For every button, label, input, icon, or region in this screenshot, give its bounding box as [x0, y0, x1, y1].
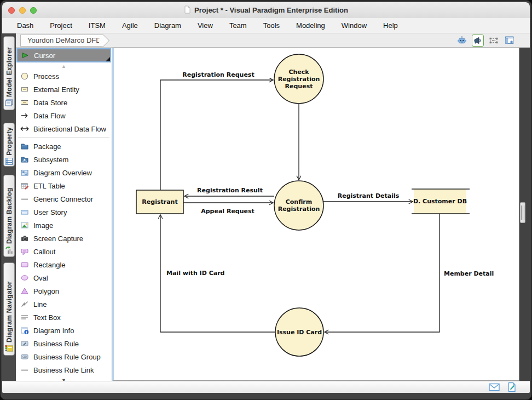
- palette-item-user-story[interactable]: User Story: [16, 205, 112, 219]
- bot-icon[interactable]: [456, 35, 468, 47]
- package-icon: [19, 142, 30, 151]
- node-check-registration-request[interactable]: CheckRegistrationRequest: [274, 54, 323, 104]
- panel-grip[interactable]: [520, 202, 525, 223]
- flow-mail-with-id-card[interactable]: Mail with ID Card: [160, 215, 275, 332]
- cursor-corner-triangle: [106, 57, 110, 61]
- window-controls: [8, 7, 37, 14]
- diagram-canvas[interactable]: Registration RequestRegistration ResultA…: [112, 48, 519, 381]
- diagram-overview-icon: [19, 168, 30, 177]
- palette-item-rectangle[interactable]: Rectangle: [16, 258, 112, 271]
- diagram-label: Member Detail: [444, 270, 494, 277]
- node-confirm-registration[interactable]: ConfirmRegistration: [274, 181, 323, 230]
- window-title: Project * - Visual Paradigm Enterprise E…: [2, 2, 530, 18]
- palette-item-diagram-overview[interactable]: Diagram Overview: [16, 166, 112, 179]
- palette-item-generic-connector[interactable]: Generic Connector: [16, 192, 112, 205]
- palette-item-package[interactable]: Package: [16, 140, 112, 153]
- palette-item-label: User Story: [33, 208, 67, 216]
- flow-appeal-request[interactable]: Appeal Request: [183, 203, 273, 215]
- palette-item-polygon[interactable]: Polygon: [16, 284, 112, 298]
- flow-registration-result[interactable]: Registration Result: [184, 187, 274, 196]
- flow-member-detail[interactable]: Member Detail: [325, 214, 494, 332]
- palette-scroll-down[interactable]: ▼: [16, 376, 112, 381]
- palette-item-process[interactable]: Process: [16, 70, 112, 83]
- diagram-label: Confirm: [286, 198, 313, 205]
- bidirectional-data-flow-icon: [19, 124, 30, 133]
- node-d-customer-db[interactable]: D. Customer DB: [412, 189, 470, 214]
- palette-item-label: Data Flow: [33, 112, 66, 120]
- palette-item-business-rule-link[interactable]: Business Rule Link: [16, 363, 112, 376]
- palette-item-bidirectional-data-flow[interactable]: Bidirectional Data Flow: [16, 122, 112, 135]
- edit-document-icon[interactable]: [507, 382, 517, 392]
- menu-item-project[interactable]: Project: [42, 21, 80, 30]
- palette-item-business-rule-group[interactable]: Business Rule Group: [16, 350, 112, 363]
- rectangle-icon: [19, 260, 30, 269]
- palette-item-text-box[interactable]: Text Box: [16, 311, 112, 324]
- subsystem-icon: [19, 155, 30, 164]
- node-registrant[interactable]: Registrant: [136, 190, 183, 214]
- palette-item-etl-table[interactable]: ETL Table: [16, 179, 112, 192]
- palette-item-label: Package: [33, 142, 61, 151]
- tool-palette: Cursor ▲ ProcessExternal EntityData Stor…: [16, 48, 112, 381]
- user-story-icon: [19, 208, 30, 216]
- sidebar-tab-label: Diagram Backlog: [5, 179, 13, 244]
- megaphone-icon[interactable]: [472, 35, 484, 47]
- menu-item-modeling[interactable]: Modeling: [288, 21, 333, 30]
- palette-item-business-rule[interactable]: Business Rule: [16, 337, 112, 350]
- palette-item-data-flow[interactable]: Data Flow: [16, 109, 112, 122]
- sidebar-tab-diagram-navigator[interactable]: Diagram Navigator: [3, 262, 15, 356]
- diagram-label: Appeal Request: [201, 208, 255, 215]
- fit-frame-icon[interactable]: [488, 35, 500, 47]
- menu-item-tools[interactable]: Tools: [255, 21, 288, 30]
- palette-item-screen-capture[interactable]: Screen Capture: [16, 232, 112, 245]
- line-icon: [19, 300, 30, 308]
- sidebar-tab-model-explorer[interactable]: Model Explorer: [3, 36, 15, 110]
- menu-item-dash[interactable]: Dash: [9, 21, 42, 30]
- palette-item-diagram-info[interactable]: Diagram Info: [16, 324, 112, 337]
- breadcrumb[interactable]: Yourdon DeMarco DFD: [20, 35, 103, 47]
- mail-icon[interactable]: [488, 382, 500, 392]
- palette-item-label: Business Rule Group: [33, 353, 101, 361]
- node-issue-id-card[interactable]: Issue ID Card: [275, 308, 323, 356]
- palette-item-callout[interactable]: Callout: [16, 245, 112, 258]
- dfd-diagram[interactable]: Registration RequestRegistration ResultA…: [114, 48, 518, 381]
- flow-registrant-details[interactable]: Registrant Details: [323, 192, 413, 202]
- palette-item-label: Text Box: [33, 313, 61, 322]
- menu-item-team[interactable]: Team: [221, 21, 255, 30]
- menu-item-itsm[interactable]: ITSM: [80, 21, 114, 30]
- menu-item-help[interactable]: Help: [375, 21, 406, 30]
- palette-item-label: Bidirectional Data Flow: [33, 125, 106, 133]
- diagram-backlog-icon: [5, 245, 14, 254]
- palette-item-cursor[interactable]: Cursor: [16, 48, 111, 62]
- screen-capture-icon: [19, 234, 30, 243]
- palette-item-oval[interactable]: Oval: [16, 271, 112, 284]
- sidebar-tab-label: Property: [5, 127, 13, 156]
- sidebar-tab-strip: Model ExplorerPropertyDiagram BacklogDia…: [2, 33, 16, 381]
- zoom-button[interactable]: [30, 7, 37, 14]
- palette-item-data-store[interactable]: Data Store: [16, 96, 112, 109]
- diagram-label: Registrant Details: [338, 192, 400, 199]
- flow-registration-request[interactable]: Registration Request: [160, 71, 273, 190]
- status-bar: [2, 381, 530, 393]
- menu-item-agile[interactable]: Agile: [114, 21, 146, 30]
- sidebar-tab-property[interactable]: Property: [3, 123, 15, 167]
- menu-item-diagram[interactable]: Diagram: [146, 21, 189, 30]
- title-bar: Project * - Visual Paradigm Enterprise E…: [2, 2, 530, 19]
- close-button[interactable]: [8, 7, 15, 14]
- palette-item-label: ETL Table: [33, 182, 65, 190]
- palette-item-subsystem[interactable]: Subsystem: [16, 153, 112, 166]
- menu-item-window[interactable]: Window: [333, 21, 375, 30]
- palette-item-image[interactable]: Image: [16, 219, 112, 232]
- business-rule-icon: [19, 339, 30, 348]
- minimize-button[interactable]: [19, 7, 26, 14]
- palette-item-external-entity[interactable]: External Entity: [16, 83, 112, 96]
- palette-item-label: Subsystem: [33, 156, 68, 164]
- palette-scroll-up[interactable]: ▲: [16, 62, 112, 70]
- palette-item-line[interactable]: Line: [16, 298, 112, 311]
- panel-layout-icon[interactable]: [504, 35, 516, 47]
- breadcrumb-label: Yourdon DeMarco DFD: [27, 36, 101, 44]
- menu-item-view[interactable]: View: [189, 21, 221, 30]
- palette-item-label: Rectangle: [33, 261, 66, 269]
- sidebar-tab-diagram-backlog[interactable]: Diagram Backlog: [3, 175, 15, 257]
- image-icon: [19, 221, 30, 230]
- diagram-label: Issue ID Card: [277, 329, 322, 336]
